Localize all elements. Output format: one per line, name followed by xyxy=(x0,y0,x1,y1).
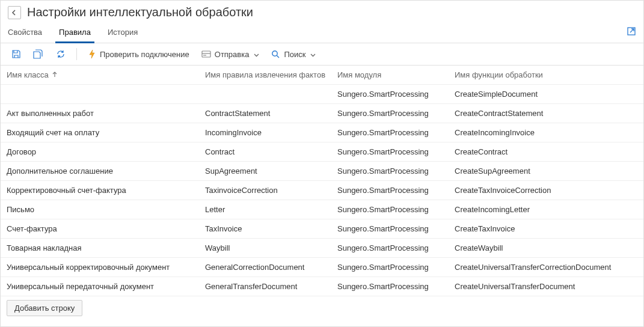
cell: Contract xyxy=(199,142,331,161)
table-body: Sungero.SmartProcessingCreateSimpleDocum… xyxy=(1,85,643,296)
popout-icon xyxy=(627,26,636,36)
cell: Счет-фактура xyxy=(1,219,199,238)
check-connection-button[interactable]: Проверить подключение xyxy=(83,47,194,61)
svg-line-5 xyxy=(277,55,280,58)
tab-2[interactable]: История xyxy=(99,23,146,43)
header: Настройки интеллектуальной обработки xyxy=(1,1,643,23)
cell: Sungero.SmartProcessing xyxy=(331,200,449,219)
cell: TaxInvoice xyxy=(199,219,331,238)
cell: CreateContract xyxy=(449,142,643,161)
cell: CreateTaxInvoiceCorrection xyxy=(449,181,643,200)
table-row[interactable]: Акт выполненных работContractStatementSu… xyxy=(1,104,643,123)
cell: TaxinvoiceCorrection xyxy=(199,181,331,200)
cell: Корректировочный счет-фактура xyxy=(1,181,199,200)
add-row-button[interactable]: Добавить строку xyxy=(7,300,82,316)
refresh-button[interactable] xyxy=(51,47,70,61)
cell: CreateSimpleDocument xyxy=(449,85,643,103)
cell: Универсальный передаточный документ xyxy=(1,277,199,296)
tabs: СвойстваПравилаИстория xyxy=(1,23,643,43)
column-label: Имя правила извлечения фактов xyxy=(205,70,325,79)
svg-point-4 xyxy=(272,50,277,55)
save-all-icon xyxy=(33,49,44,59)
send-button[interactable]: Отправка xyxy=(197,47,265,61)
cell: CreateTaxInvoice xyxy=(449,219,643,238)
send-label: Отправка xyxy=(215,50,250,59)
cell: Letter xyxy=(199,200,331,219)
toolbar: Проверить подключение Отправка Поиск xyxy=(1,43,643,66)
column-label: Имя функции обработки xyxy=(455,70,543,79)
cell: Акт выполненных работ xyxy=(1,104,199,123)
sort-asc-icon xyxy=(52,70,57,79)
arrow-left-icon xyxy=(11,9,18,16)
toolbar-separator xyxy=(76,48,77,60)
cell: CreateUniversalTransferCorrectionDocumen… xyxy=(449,258,643,277)
cell: Sungero.SmartProcessing xyxy=(331,142,449,161)
table-row[interactable]: ПисьмоLetterSungero.SmartProcessingCreat… xyxy=(1,200,643,219)
column-header-function-name[interactable]: Имя функции обработки xyxy=(449,66,643,84)
cell: Sungero.SmartProcessing xyxy=(331,181,449,200)
cell: ContractStatement xyxy=(199,104,331,123)
cell xyxy=(1,90,199,99)
table-row[interactable]: Входящий счет на оплатуIncomingInvoiceSu… xyxy=(1,123,643,142)
cell: CreateContractStatement xyxy=(449,104,643,123)
cell: SupAgreement xyxy=(199,162,331,180)
chevron-down-icon xyxy=(310,50,316,59)
column-label: Имя класса xyxy=(7,70,49,79)
back-button[interactable] xyxy=(8,6,21,19)
column-header-class-name[interactable]: Имя класса xyxy=(1,66,199,84)
column-label: Имя модуля xyxy=(337,70,381,79)
cell: CreateUniversalTransferDocument xyxy=(449,277,643,296)
column-header-module-name[interactable]: Имя модуля xyxy=(331,66,449,84)
cell xyxy=(199,90,331,99)
table: Имя класса Имя правила извлечения фактов… xyxy=(1,66,643,296)
cell: Sungero.SmartProcessing xyxy=(331,258,449,277)
cell: Дополнительное соглашение xyxy=(1,162,199,180)
table-header: Имя класса Имя правила извлечения фактов… xyxy=(1,66,643,85)
column-header-rule-name[interactable]: Имя правила извлечения фактов xyxy=(199,66,331,84)
table-row[interactable]: Товарная накладнаяWaybillSungero.SmartPr… xyxy=(1,239,643,258)
save-all-button[interactable] xyxy=(28,47,49,61)
table-row[interactable]: Универсальный корректировочный документG… xyxy=(1,258,643,277)
cell: Waybill xyxy=(199,239,331,257)
chevron-down-icon xyxy=(254,50,259,59)
save-icon xyxy=(11,49,21,59)
cell: Sungero.SmartProcessing xyxy=(331,277,449,296)
cell: Входящий счет на оплату xyxy=(1,123,199,142)
cell: Товарная накладная xyxy=(1,239,199,257)
page-title: Настройки интеллектуальной обработки xyxy=(27,5,253,19)
cell: GeneralTransferDocument xyxy=(199,277,331,296)
table-row[interactable]: Счет-фактураTaxInvoiceSungero.SmartProce… xyxy=(1,219,643,239)
save-button[interactable] xyxy=(7,47,26,61)
table-row[interactable]: Sungero.SmartProcessingCreateSimpleDocum… xyxy=(1,85,643,104)
table-row[interactable]: Корректировочный счет-фактураTaxinvoiceC… xyxy=(1,181,643,200)
table-row[interactable]: Дополнительное соглашениеSupAgreementSun… xyxy=(1,162,643,181)
page-root: Настройки интеллектуальной обработки Сво… xyxy=(0,0,644,327)
cell: Письмо xyxy=(1,200,199,219)
refresh-icon xyxy=(56,49,66,59)
cell: CreateWaybill xyxy=(449,239,643,257)
popout-button[interactable] xyxy=(627,26,636,36)
cell: CreateSupAgreement xyxy=(449,162,643,180)
card-icon xyxy=(201,50,211,58)
search-label: Поиск xyxy=(284,50,305,59)
tab-0[interactable]: Свойства xyxy=(8,23,51,43)
cell: Sungero.SmartProcessing xyxy=(331,219,449,238)
cell: Универсальный корректировочный документ xyxy=(1,258,199,277)
cell: GeneralCorrectionDocument xyxy=(199,258,331,277)
svg-rect-1 xyxy=(202,51,210,57)
cell: Sungero.SmartProcessing xyxy=(331,239,449,257)
search-icon xyxy=(271,50,280,59)
cell: Sungero.SmartProcessing xyxy=(331,104,449,123)
cell: CreateIncomingInvoice xyxy=(449,123,643,142)
lightning-icon xyxy=(88,49,96,59)
cell: Sungero.SmartProcessing xyxy=(331,162,449,180)
check-connection-label: Проверить подключение xyxy=(100,50,189,59)
search-button[interactable]: Поиск xyxy=(266,47,320,61)
tab-1[interactable]: Правила xyxy=(51,23,99,43)
table-row[interactable]: ДоговорContractSungero.SmartProcessingCr… xyxy=(1,142,643,162)
table-row[interactable]: Универсальный передаточный документGener… xyxy=(1,277,643,296)
cell: IncomingInvoice xyxy=(199,123,331,142)
cell: Sungero.SmartProcessing xyxy=(331,123,449,142)
cell: CreateIncomingLetter xyxy=(449,200,643,219)
cell: Договор xyxy=(1,142,199,161)
